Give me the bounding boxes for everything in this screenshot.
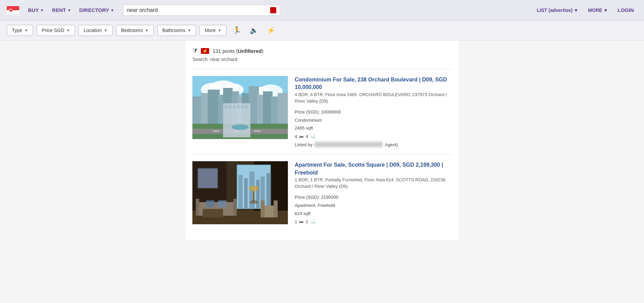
svg-rect-50: [256, 180, 260, 208]
svg-rect-55: [196, 199, 199, 216]
listing-type-2: Apartment, Freehold: [295, 202, 452, 209]
bathroom-count-2: 1: [306, 219, 308, 224]
list-arrow-icon: ▼: [574, 7, 579, 13]
svg-rect-64: [198, 169, 217, 188]
listing-image-2[interactable]: [192, 161, 288, 224]
listing-info-2: Apartment For Sale, Scotts Square | D09,…: [295, 161, 452, 226]
svg-rect-36: [233, 105, 236, 108]
price-filter-button[interactable]: Price SGD ▼: [36, 25, 75, 36]
svg-rect-66: [261, 200, 265, 217]
svg-rect-35: [229, 105, 232, 108]
svg-rect-47: [238, 175, 243, 208]
svg-point-58: [249, 186, 259, 191]
buy-arrow-icon: ▼: [40, 8, 44, 12]
right-nav: LIST (advertise) ▼ MORE ▼ LOGIN: [533, 4, 637, 16]
nav-directory[interactable]: DIRECTORY ▼: [76, 4, 117, 16]
listing-card-2: Apartment For Sale, Scotts Square | D09,…: [192, 154, 452, 233]
svg-rect-61: [206, 200, 215, 207]
flag-icon[interactable]: [7, 6, 19, 14]
listing-title-2[interactable]: Apartment For Sale, Scotts Square | D09,…: [295, 162, 443, 175]
bath-icon-2: 🛁: [310, 219, 316, 224]
svg-point-40: [232, 124, 249, 130]
bed-icon-1: 🛏: [299, 134, 304, 139]
search-bar: [123, 5, 280, 16]
results-header: ⧩ ⚡ 131 posts (Unfiltered): [192, 47, 452, 55]
svg-rect-48: [244, 178, 248, 208]
more-arrow-icon: ▼: [603, 7, 608, 13]
svg-rect-0: [7, 6, 19, 10]
more-dropdown-icon: ▼: [218, 28, 221, 32]
listing-price-2: Price (SGD): 2199300: [295, 194, 452, 201]
listing-bed-bath-2: 1 🛏 1 🛁: [295, 219, 452, 224]
bedrooms-dropdown-icon: ▼: [145, 28, 149, 32]
filter-funnel-icon: ⧩: [192, 47, 197, 55]
listing-area-2: 624 sqft: [295, 210, 452, 217]
listing-title-1[interactable]: Condominium For Sale, 238 Orchard Boulev…: [295, 77, 447, 90]
flash-icon-button[interactable]: ⚡: [264, 24, 278, 37]
more-filter-button[interactable]: More ▼: [200, 25, 226, 36]
listing-bed-bath-1: 4 🛏 4 🛁: [295, 134, 452, 139]
search-label: Search: near orchard: [192, 57, 452, 62]
listing-image-1[interactable]: [192, 76, 288, 139]
runner-icon-button[interactable]: 🏃: [230, 24, 244, 37]
main-nav-links: BUY ▼ RENT ▼ DIRECTORY ▼: [25, 4, 118, 16]
svg-rect-56: [233, 199, 237, 216]
listing-area-1: 2465 sqft: [295, 125, 452, 132]
location-dropdown-icon: ▼: [104, 28, 107, 32]
agent-name-blur-1: [314, 142, 383, 147]
bedroom-count-1: 4: [295, 134, 297, 139]
svg-point-60: [250, 200, 258, 204]
type-dropdown-icon: ▼: [24, 28, 28, 32]
directory-arrow-icon: ▼: [111, 8, 114, 12]
bathrooms-dropdown-icon: ▼: [188, 28, 191, 32]
svg-rect-39: [245, 105, 248, 108]
svg-rect-59: [253, 191, 254, 201]
svg-rect-57: [203, 209, 223, 217]
svg-rect-32: [254, 131, 261, 132]
svg-rect-37: [237, 105, 240, 108]
bathrooms-filter-button[interactable]: Bathrooms ▼: [157, 25, 196, 36]
svg-rect-38: [241, 105, 244, 108]
svg-rect-67: [274, 200, 278, 217]
listing-price-1: Price (SGD): 10000000: [295, 109, 452, 116]
svg-rect-30: [213, 131, 220, 132]
results-flash-icon: ⚡: [201, 48, 209, 54]
search-bar-wrapper: [123, 5, 280, 16]
rent-arrow-icon: ▼: [67, 8, 71, 12]
main-content: ⧩ ⚡ 131 posts (Unfiltered) Search: near …: [186, 41, 458, 240]
listing-card: Condominium For Sale, 238 Orchard Boulev…: [192, 69, 452, 154]
svg-rect-1: [7, 10, 19, 14]
filter-bar: Type ▼ Price SGD ▼ Location ▼ Bedrooms ▼…: [0, 20, 644, 41]
nav-list[interactable]: LIST (advertise) ▼: [533, 5, 582, 16]
bedroom-count-2: 1: [295, 219, 297, 224]
top-nav: BUY ▼ RENT ▼ DIRECTORY ▼ LIST (advertise…: [0, 0, 644, 20]
results-count: 131 posts (Unfiltered): [213, 48, 263, 54]
listing-type-1: Condominium: [295, 117, 452, 124]
listing-info-1: Condominium For Sale, 238 Orchard Boulev…: [295, 76, 452, 147]
search-input[interactable]: [127, 7, 270, 13]
nav-buy[interactable]: BUY ▼: [25, 4, 47, 16]
nav-more[interactable]: MORE ▼: [585, 5, 612, 16]
listing-agent-1: Listed by Agent): [295, 142, 452, 147]
search-clear-button[interactable]: [270, 7, 276, 13]
bath-icon-1: 🛁: [310, 134, 316, 139]
svg-rect-52: [266, 173, 271, 208]
login-button[interactable]: LOGIN: [614, 4, 638, 16]
speaker-icon-button[interactable]: 🔈: [247, 24, 261, 37]
type-filter-button[interactable]: Type ▼: [7, 25, 33, 36]
bed-icon-2: 🛏: [299, 219, 304, 224]
bathroom-count-1: 4: [306, 134, 308, 139]
svg-rect-34: [225, 105, 228, 108]
price-dropdown-icon: ▼: [66, 28, 70, 32]
listing-desc-2: 1 BDR, 1 BTR, Partially Furnished, Floor…: [295, 177, 452, 190]
bedrooms-filter-button[interactable]: Bedrooms ▼: [116, 25, 154, 36]
nav-rent[interactable]: RENT ▼: [49, 4, 75, 16]
listing-desc-1: 4 BDR, 4 BTR, Floor Area 2465. ORCHARD B…: [295, 91, 452, 105]
svg-rect-62: [218, 200, 226, 207]
location-filter-button[interactable]: Location ▼: [78, 25, 113, 36]
